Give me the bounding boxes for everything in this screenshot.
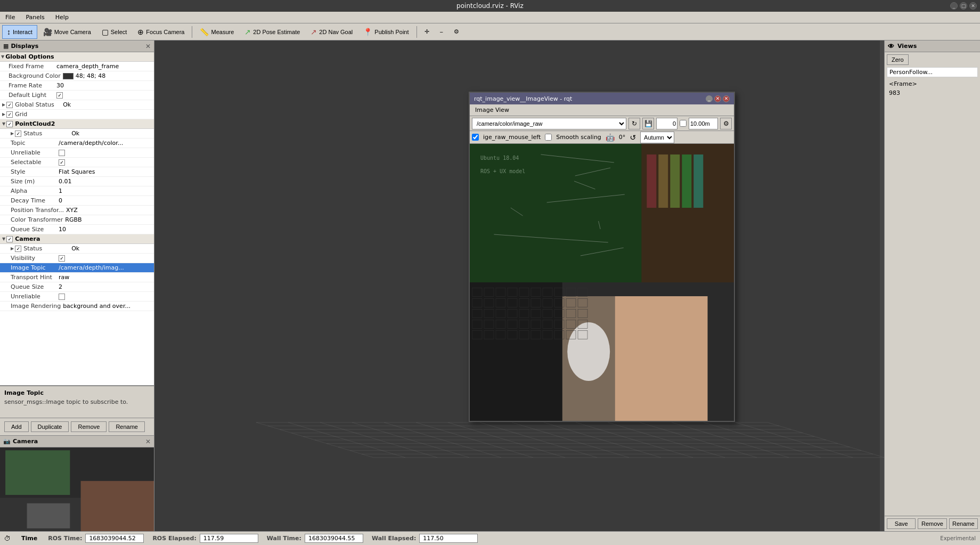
grid-checkbox[interactable] xyxy=(6,111,13,118)
file-menu[interactable]: File xyxy=(2,13,18,21)
rqt-refresh-btn[interactable]: ↻ xyxy=(628,118,640,129)
rqt-mouse-event-label: ige_raw_mouse_left xyxy=(483,134,541,141)
pc2-topic-value: /camera/depth/color... xyxy=(59,140,153,147)
pc2-decay-row[interactable]: Decay Time 0 xyxy=(0,196,154,206)
rqt-fps-input[interactable] xyxy=(689,118,718,129)
rename-display-button[interactable]: Rename xyxy=(109,421,145,432)
camera-image-rendering-value: background and over... xyxy=(63,303,153,310)
fixed-frame-row[interactable]: Fixed Frame camera_depth_frame xyxy=(0,62,154,71)
pc2-selectable-checkbox[interactable] xyxy=(59,159,65,166)
pc2-decay-label: Decay Time xyxy=(11,197,59,204)
select-button[interactable]: ▢ Select xyxy=(97,25,132,39)
nav-goal-button[interactable]: ↗ 2D Nav Goal xyxy=(306,25,357,39)
minimize-btn[interactable]: _ xyxy=(950,2,958,10)
camera-section[interactable]: ▼ Camera xyxy=(0,234,154,244)
global-status-row[interactable]: ▶ Global Status Ok xyxy=(0,100,154,110)
global-options-section[interactable]: ▼ Global Options xyxy=(0,52,154,62)
move-camera-button[interactable]: 🎥 Move Camera xyxy=(38,25,96,39)
camera-status-check xyxy=(15,246,21,252)
duplicate-display-button[interactable]: Duplicate xyxy=(31,421,69,432)
views-panel-title: Views xyxy=(897,43,917,50)
rqt-extra-btn[interactable]: ⚙ xyxy=(720,118,732,129)
remove-view-button[interactable]: Remove xyxy=(918,518,946,529)
pointcloud2-section[interactable]: ▼ PointCloud2 xyxy=(0,119,154,129)
default-light-row[interactable]: Default Light xyxy=(0,91,154,100)
camera-status-row[interactable]: ▶ Status Ok xyxy=(0,244,154,254)
pc2-color-transformer-row[interactable]: Color Transformer RGBB xyxy=(0,215,154,225)
pc2-selectable-label: Selectable xyxy=(11,159,59,166)
camera-section-label: Camera xyxy=(15,235,40,242)
camera-section-checkbox[interactable] xyxy=(6,236,13,242)
rqt-mouse-event-checkbox[interactable] xyxy=(472,134,479,141)
rqt-save-btn[interactable]: 💾 xyxy=(642,118,654,129)
rqt-close-btn[interactable]: ✕ xyxy=(723,95,730,102)
frame-rate-row[interactable]: Frame Rate 30 xyxy=(0,81,154,91)
save-view-button[interactable]: Save xyxy=(887,518,916,529)
focus-icon: ⊕ xyxy=(137,28,144,36)
camera-visibility-row[interactable]: Visibility xyxy=(0,254,154,263)
displays-close-button[interactable]: ✕ xyxy=(145,43,151,50)
pose-estimate-icon: ↗ xyxy=(244,28,251,36)
camera-unreliable-row[interactable]: Unreliable xyxy=(0,292,154,302)
help-menu[interactable]: Help xyxy=(52,13,72,21)
rqt-menu-bar: Image View xyxy=(470,104,734,116)
camera-image-topic-row[interactable]: Image Topic /camera/depth/imag... xyxy=(0,263,154,273)
camera-image-topic-label: Image Topic xyxy=(11,264,59,271)
maximize-btn[interactable]: □ xyxy=(960,2,967,10)
grid-row[interactable]: ▶ Grid xyxy=(0,110,154,119)
pc2-style-row[interactable]: Style Flat Squares xyxy=(0,167,154,177)
pose-estimate-button[interactable]: ↗ 2D Pose Estimate xyxy=(240,25,305,39)
pc2-queue-row[interactable]: Queue Size 10 xyxy=(0,225,154,234)
close-btn[interactable]: ✕ xyxy=(969,2,977,10)
rqt-fps-checkbox[interactable] xyxy=(680,120,687,127)
rqt-maximize-btn[interactable]: ✕ xyxy=(714,95,721,102)
pc2-status-check xyxy=(15,131,21,137)
camera-sub-panel-close[interactable]: ✕ xyxy=(145,438,151,445)
background-color-row[interactable]: Background Color 48; 48; 48 xyxy=(0,71,154,81)
pc2-status-row[interactable]: ▶ Status Ok xyxy=(0,129,154,139)
pc2-style-value: Flat Squares xyxy=(59,168,153,175)
camera-visibility-checkbox[interactable] xyxy=(59,255,65,262)
camera-unreliable-checkbox[interactable] xyxy=(59,294,65,300)
pc2-selectable-row[interactable]: Selectable xyxy=(0,158,154,167)
publish-point-button[interactable]: 📍 Publish Point xyxy=(358,25,413,39)
panels-menu[interactable]: Panels xyxy=(22,13,47,21)
pc2-alpha-row[interactable]: Alpha 1 xyxy=(0,186,154,196)
rqt-minimize-btn[interactable]: _ xyxy=(706,95,713,102)
measure-button[interactable]: 📏 Measure xyxy=(195,25,239,39)
rqt-num-input[interactable] xyxy=(656,118,677,129)
add-display-button[interactable]: Add xyxy=(4,421,29,432)
pc2-topic-row[interactable]: Topic /camera/depth/color... xyxy=(0,139,154,148)
focus-camera-button[interactable]: ⊕ Focus Camera xyxy=(133,25,189,39)
rqt-image-view-menu[interactable]: Image View xyxy=(472,106,512,114)
rqt-rotate-icon: ↺ xyxy=(630,133,636,142)
rename-view-button[interactable]: Rename xyxy=(949,518,978,529)
pc2-unreliable-row[interactable]: Unreliable xyxy=(0,148,154,158)
camera-image-rendering-row[interactable]: Image Rendering background and over... xyxy=(0,302,154,311)
pointcloud2-checkbox[interactable] xyxy=(6,121,13,127)
rqt-topic-selector[interactable]: /camera/color/image_raw xyxy=(472,118,626,129)
settings-toolbar-button[interactable]: ⚙ xyxy=(449,25,464,39)
global-status-value: Ok xyxy=(63,101,153,108)
pc2-unreliable-checkbox[interactable] xyxy=(59,150,65,156)
resize-handle[interactable] xyxy=(880,40,884,531)
add-toolbar-button[interactable]: ✛ xyxy=(420,25,434,39)
title-bar: pointcloud.rviz - RViz _ □ ✕ xyxy=(0,0,980,12)
remove-display-button[interactable]: Remove xyxy=(71,421,107,432)
camera-queue-row[interactable]: Queue Size 2 xyxy=(0,282,154,292)
default-light-checkbox[interactable] xyxy=(56,92,63,99)
rqt-colormap-selector[interactable]: Autumn xyxy=(640,132,674,143)
interact-button[interactable]: ↕ Interact xyxy=(2,25,37,39)
global-status-checkbox[interactable] xyxy=(6,102,13,108)
minus-toolbar-button[interactable]: − xyxy=(435,25,448,39)
zero-button[interactable]: Zero xyxy=(887,54,909,65)
global-status-label: Global Status xyxy=(15,101,63,108)
rqt-smooth-scaling-checkbox[interactable] xyxy=(545,134,552,141)
pc2-size-row[interactable]: Size (m) 0.01 xyxy=(0,177,154,186)
frame-rate-value: 30 xyxy=(56,82,153,89)
pc2-pos-transformer-row[interactable]: Position Transfor... XYZ xyxy=(0,206,154,215)
camera-status-expand: ▶ xyxy=(11,246,14,251)
camera-transport-row[interactable]: Transport Hint raw xyxy=(0,273,154,282)
camera-expand: ▼ xyxy=(2,237,5,241)
rqt-image-area xyxy=(470,144,734,421)
